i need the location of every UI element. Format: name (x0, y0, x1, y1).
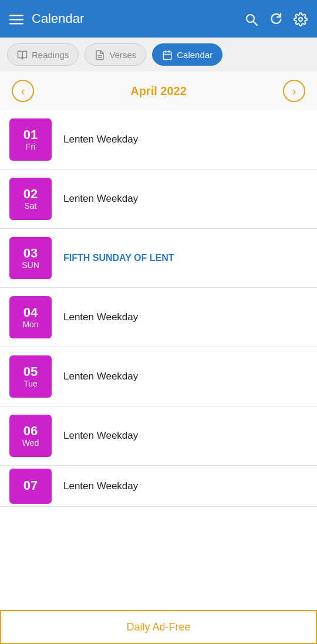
svg-rect-0 (9, 15, 23, 16)
ad-bar[interactable]: Daily Ad-Free (0, 610, 317, 644)
svg-line-4 (254, 22, 258, 26)
date-number: 07 (23, 479, 38, 493)
date-day: Fri (26, 142, 35, 151)
calendar-list: 01FriLenten Weekday02SatLenten Weekday03… (0, 110, 317, 610)
document-icon (95, 49, 105, 60)
event-title: Lenten Weekday (63, 193, 138, 205)
month-title: April 2022 (130, 84, 187, 98)
settings-icon[interactable] (294, 11, 308, 26)
book-icon (17, 49, 28, 60)
date-box: 06Wed (9, 415, 52, 457)
refresh-icon[interactable] (269, 11, 283, 26)
tab-readings[interactable]: Readings (7, 43, 79, 66)
ad-bar-label: Daily Ad-Free (126, 621, 190, 633)
next-month-button[interactable]: › (283, 80, 305, 102)
date-box: 04Mon (9, 296, 52, 338)
tab-bar: Readings Verses Calendar (0, 38, 317, 72)
date-box: 03SUN (9, 237, 52, 279)
date-day: Mon (22, 320, 38, 329)
date-number: 03 (23, 246, 38, 260)
date-day: SUN (22, 260, 39, 270)
date-box: 07 (9, 469, 52, 504)
date-number: 06 (23, 424, 38, 438)
calendar-row[interactable]: 02SatLenten Weekday (0, 170, 317, 229)
event-title: FIFTH SUNDAY OF LENT (63, 253, 174, 263)
date-number: 01 (23, 128, 38, 142)
svg-rect-1 (9, 19, 23, 21)
month-navigation: ‹ April 2022 › (0, 72, 317, 110)
calendar-row[interactable]: 01FriLenten Weekday (0, 110, 317, 170)
event-title: Lenten Weekday (63, 311, 138, 323)
menu-icon[interactable] (9, 11, 23, 26)
svg-point-5 (299, 18, 302, 21)
app-title: Calendar (32, 11, 244, 26)
calendar-row[interactable]: 05TueLenten Weekday (0, 347, 317, 406)
date-day: Tue (23, 379, 38, 388)
event-title: Lenten Weekday (63, 480, 138, 492)
tab-verses-label: Verses (109, 50, 136, 60)
date-box: 05Tue (9, 355, 52, 398)
calendar-row[interactable]: 07Lenten Weekday (0, 466, 317, 507)
tab-calendar[interactable]: Calendar (152, 43, 222, 66)
date-number: 05 (23, 365, 38, 379)
app-header: Calendar (0, 0, 317, 38)
date-box: 01Fri (9, 118, 52, 161)
date-day: Sat (24, 201, 36, 211)
event-title: Lenten Weekday (63, 430, 138, 442)
search-icon[interactable] (244, 11, 258, 26)
calendar-icon (162, 49, 173, 60)
svg-rect-2 (9, 23, 23, 25)
prev-month-button[interactable]: ‹ (12, 80, 34, 102)
header-actions (244, 11, 308, 26)
date-box: 02Sat (9, 178, 52, 220)
svg-rect-8 (164, 52, 172, 60)
calendar-row[interactable]: 03SUNFIFTH SUNDAY OF LENT (0, 229, 317, 288)
tab-verses[interactable]: Verses (85, 43, 146, 66)
calendar-row[interactable]: 06WedLenten Weekday (0, 406, 317, 466)
event-title: Lenten Weekday (63, 371, 138, 382)
event-title: Lenten Weekday (63, 134, 138, 145)
date-number: 02 (23, 187, 38, 201)
tab-readings-label: Readings (32, 50, 69, 60)
calendar-row[interactable]: 04MonLenten Weekday (0, 288, 317, 347)
date-number: 04 (23, 306, 38, 320)
date-day: Wed (22, 438, 39, 448)
tab-calendar-label: Calendar (177, 50, 213, 60)
